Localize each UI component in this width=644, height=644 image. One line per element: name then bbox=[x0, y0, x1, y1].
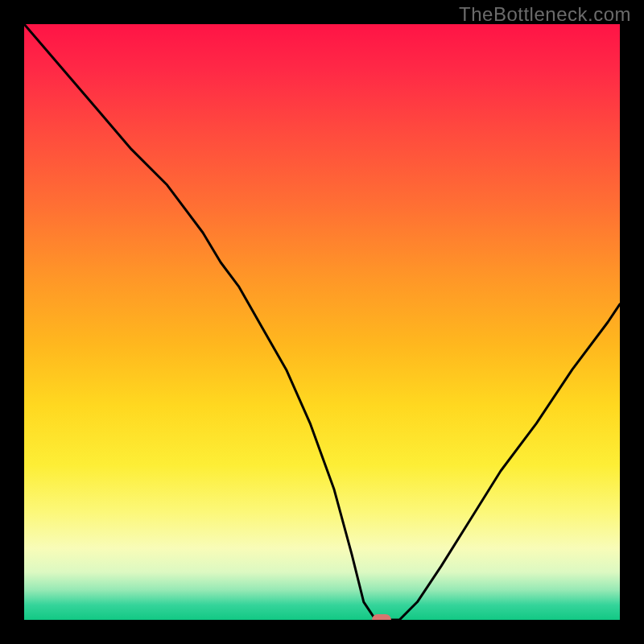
bottleneck-curve bbox=[24, 24, 620, 620]
chart-frame: TheBottleneck.com bbox=[0, 0, 644, 644]
curve-layer bbox=[24, 24, 620, 620]
optimal-point-marker bbox=[372, 614, 391, 620]
watermark-text: TheBottleneck.com bbox=[459, 3, 631, 26]
plot-area bbox=[24, 24, 620, 620]
